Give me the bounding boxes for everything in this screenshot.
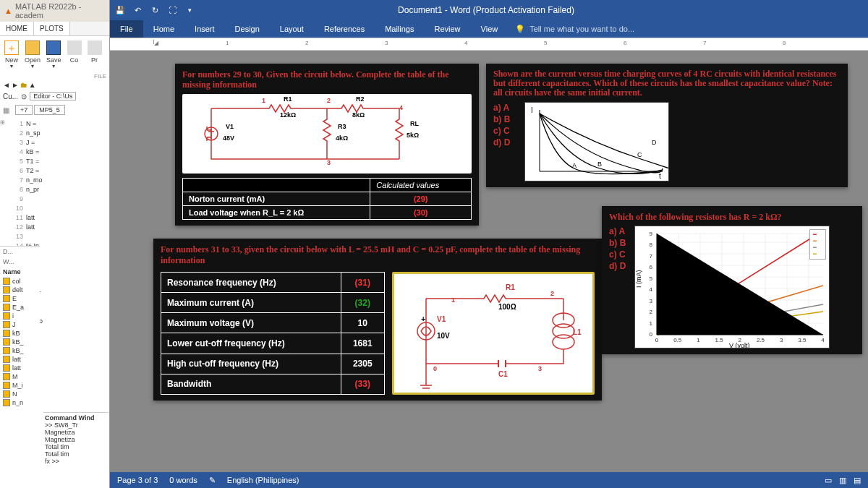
slide4-instruction: Which of the following resistors has R =… <box>609 212 855 223</box>
workspace-var[interactable]: J <box>0 320 40 329</box>
ws-section-d[interactable]: D... <box>0 247 40 257</box>
quick-access-toolbar: 💾 ↶ ↻ ⛶ ▾ <box>114 4 195 16</box>
slide-31-33: For numbers 31 to 33, given the circuit … <box>153 239 602 401</box>
workspace-var[interactable]: delt <box>0 286 40 294</box>
cmd-prompt[interactable]: fx >> <box>45 458 107 465</box>
print-layout-icon[interactable]: ▥ <box>839 476 846 485</box>
svg-text:1: 1 <box>451 296 455 304</box>
editor-tab-1[interactable]: +7 <box>15 105 33 115</box>
tab-review[interactable]: Review <box>425 20 471 38</box>
save-icon[interactable]: 💾 <box>114 4 126 16</box>
matlab-panel: ▲ MATLAB R2022b - academ HOME PLOTS ＋New… <box>0 0 110 488</box>
slide-29-30: For numbers 29 to 30, Given the circuit … <box>175 64 479 226</box>
print-button[interactable]: Pr <box>88 40 102 69</box>
save-button[interactable]: Save▼ <box>46 40 61 69</box>
file-tree-icon[interactable]: ▦ <box>3 106 9 114</box>
svg-text:2.5: 2.5 <box>757 337 765 343</box>
ws-section-w[interactable]: W... <box>0 257 40 267</box>
choice-d: d) D <box>493 137 510 148</box>
row-norton: Norton current (mA) <box>183 192 370 206</box>
command-window[interactable]: Command Wind >> SW8_TrMagnetizaMagnetiza… <box>43 412 109 466</box>
workspace-var[interactable]: M_i <box>0 381 40 390</box>
print-icon <box>88 40 102 55</box>
svg-text:2: 2 <box>550 290 554 297</box>
svg-text:C: C <box>637 151 642 158</box>
circuit-31-33: R1 100Ω V1 10V L1 C1 1 2 3 0 + <box>392 272 595 395</box>
matlab-titlebar: ▲ MATLAB R2022b - academ <box>0 0 109 22</box>
undo-icon[interactable]: ↶ <box>132 4 143 16</box>
compare-button[interactable]: Co <box>67 40 82 69</box>
horizontal-ruler[interactable]: ◢ 1 2 3 4 5 6 7 8 <box>110 38 868 51</box>
tab-references[interactable]: References <box>314 20 375 38</box>
workspace-var[interactable]: i <box>0 312 40 320</box>
editor-tab-2[interactable]: MP5_5 <box>34 105 65 115</box>
val-lowcut: 1681 <box>341 333 384 354</box>
word-statusbar: Page 3 of 3 0 words ✎ English (Philippin… <box>110 472 868 488</box>
workspace-var[interactable]: N <box>0 390 40 398</box>
tab-design[interactable]: Design <box>225 20 270 38</box>
workspace-var[interactable]: col <box>0 277 40 286</box>
circuit-diagram-icon <box>197 101 435 166</box>
tab-view[interactable]: View <box>471 20 509 38</box>
tab-file[interactable]: File <box>110 20 143 38</box>
editor-path[interactable]: Editor - C:\Us <box>30 92 76 100</box>
up-icon[interactable]: ▲ <box>29 81 36 89</box>
spellcheck-icon[interactable]: ✎ <box>209 476 216 485</box>
new-button[interactable]: ＋New▼ <box>4 40 19 69</box>
dropdown-icon[interactable]: ⊙ <box>21 93 27 100</box>
status-words[interactable]: 0 words <box>169 476 197 484</box>
matlab-title-text: MATLAB R2022b - academ <box>15 2 105 20</box>
customize-qat-icon[interactable]: ▾ <box>184 4 195 16</box>
workspace-var[interactable]: kB <box>0 329 40 338</box>
workspace-var[interactable]: E <box>0 294 40 303</box>
tab-insert[interactable]: Insert <box>184 20 225 38</box>
workspace-var[interactable]: latt <box>0 355 40 364</box>
ws-header: Name <box>0 267 40 277</box>
workspace-var[interactable]: latt <box>0 364 40 372</box>
read-mode-icon[interactable]: ▭ <box>825 476 832 485</box>
choice-c: c) C <box>493 125 510 137</box>
svg-text:7: 7 <box>650 253 653 260</box>
matlab-tab-home[interactable]: HOME <box>0 22 34 35</box>
tab-layout[interactable]: Layout <box>270 20 314 38</box>
web-layout-icon[interactable]: ▤ <box>854 476 861 485</box>
workspace-var[interactable]: E_a <box>0 303 40 312</box>
slide3-instruction: Shown are the current versus time chargi… <box>493 69 841 98</box>
ans-29: (29) <box>370 192 472 206</box>
folder-icon[interactable]: 🖿 <box>20 81 27 89</box>
tab-home[interactable]: Home <box>143 20 184 38</box>
choice-b: b) B <box>493 114 510 125</box>
current-folder-label: Cu... <box>3 93 18 100</box>
status-language[interactable]: English (Philippines) <box>227 476 299 484</box>
view-controls: ▭ ▥ ▤ <box>825 476 861 485</box>
workspace-var[interactable]: M <box>0 372 40 381</box>
matlab-toolstrip-tabs: HOME PLOTS <box>0 22 109 36</box>
redo-icon[interactable]: ↻ <box>149 4 161 16</box>
svg-text:10V: 10V <box>437 332 450 340</box>
table-29-30: Calculated values Norton current (mA)(29… <box>182 178 472 220</box>
workspace-var[interactable]: kB_ <box>0 338 40 346</box>
workspace-var[interactable]: n_n <box>0 398 40 407</box>
svg-text:1.5: 1.5 <box>715 337 724 343</box>
fwd-icon[interactable]: ► <box>12 81 19 89</box>
document-page-area[interactable]: For numbers 29 to 30, Given the circuit … <box>110 51 868 472</box>
svg-text:t: t <box>659 172 661 180</box>
svg-text:1: 1 <box>697 337 701 343</box>
tab-mailings[interactable]: Mailings <box>375 20 424 38</box>
matlab-tab-plots[interactable]: PLOTS <box>34 22 70 35</box>
tell-me-search[interactable]: 💡 Tell me what you want to do... <box>515 25 634 34</box>
workspace-var[interactable]: kB_ <box>0 346 40 355</box>
ribbon-tabs: File Home Insert Design Layout Reference… <box>110 20 868 38</box>
calc-header: Calculated values <box>370 179 472 192</box>
ans-30: (30) <box>370 206 472 220</box>
print-preview-icon[interactable]: ⛶ <box>166 4 178 16</box>
open-button[interactable]: Open▼ <box>25 40 41 69</box>
svg-text:1: 1 <box>650 320 653 327</box>
status-page[interactable]: Page 3 of 3 <box>117 476 158 484</box>
indent-marker-icon[interactable]: ◢ <box>153 40 158 44</box>
val-maxV: 10 <box>341 313 384 333</box>
svg-text:2: 2 <box>650 309 653 315</box>
back-icon[interactable]: ◄ <box>3 81 10 89</box>
choice4-b: b) B <box>609 237 626 249</box>
svg-text:B: B <box>597 160 602 168</box>
